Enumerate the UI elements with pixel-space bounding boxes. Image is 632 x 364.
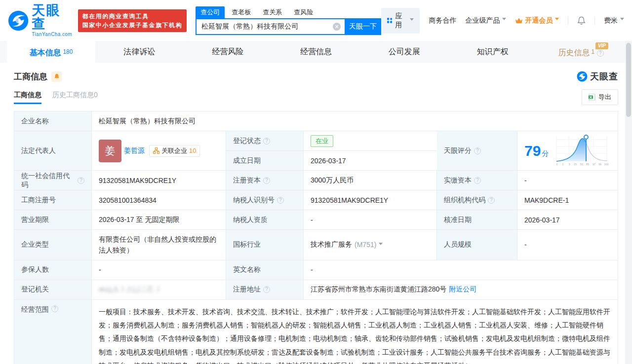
chart-tick: 1 <box>562 163 563 166</box>
chevron-down-icon[interactable] <box>379 243 383 247</box>
credit-code-label: 统一社会信用代码 <box>14 171 92 190</box>
watermark-logo-icon <box>577 71 588 82</box>
excel-icon <box>589 94 595 101</box>
subtab-history-business-info[interactable]: 历史工商信息0 <box>52 91 98 104</box>
chart-tick: 0 <box>556 163 557 166</box>
subtab-business-info[interactable]: 工商信息 <box>14 91 41 104</box>
tab-operational-risk[interactable]: 经营风险 <box>184 41 272 63</box>
reg-authority-value: ㈱⼭⼊⼁⼋⼐⼆⼄ ⼃ <box>92 280 226 299</box>
tyc-score-value: 79分 <box>517 131 618 170</box>
crown-icon <box>515 17 523 24</box>
business-cooperation-link[interactable]: 商务合作 <box>429 16 456 25</box>
chart-tick: 15 <box>574 163 577 166</box>
reg-capital-label: 注册资本 <box>226 171 304 190</box>
subtab-row: 工商信息 历史工商信息0 导出 <box>14 89 618 105</box>
reg-status-value: 在业 <box>304 131 437 150</box>
tyc-score-help-icon[interactable] <box>474 147 481 154</box>
industry-label: 国标行业 <box>226 230 304 260</box>
org-chart-icon <box>153 147 159 154</box>
user-menu: 应用 商务合作 企业级产品 开通会员 费米 <box>381 8 624 34</box>
score-marker-pin <box>584 135 588 139</box>
score-distribution-chart: 0 1 3 15 50 85 97 99 100 <box>553 133 611 169</box>
vip-upgrade-link[interactable]: 开通会员 <box>515 16 559 25</box>
promo-line1: 都在用的商业查询工具 <box>82 12 183 21</box>
org-code-help-icon[interactable] <box>488 197 495 204</box>
company-name-value: 松延智展（常熟）科技有限公司 <box>92 111 618 131</box>
search-tab-boss[interactable]: 查老板 <box>227 6 256 18</box>
table-row: 统一社会信用代码 91320581MAK9DCRE1Y 注册资本 3000万人民… <box>14 171 618 190</box>
legal-rep-name-link[interactable]: 姜哲源 <box>124 146 145 155</box>
user-account-menu[interactable]: 费米 <box>604 16 624 25</box>
chart-tick: 97 <box>592 163 595 166</box>
taxpayer-quality-value: - <box>304 210 437 229</box>
notification-bell-icon[interactable] <box>577 16 586 25</box>
search-tab-risk[interactable]: 查风险 <box>289 6 318 18</box>
search-tabs: 查公司 查老板 查关系 查风险 <box>196 6 381 18</box>
taxpayer-id-help-icon[interactable] <box>277 197 284 204</box>
business-scope-help-icon[interactable] <box>51 305 58 312</box>
tab-business-info[interactable]: 经营信息 <box>272 41 360 63</box>
reg-number-label: 工商注册号 <box>14 190 92 210</box>
search-input[interactable] <box>196 18 345 35</box>
reg-address-help-icon[interactable] <box>263 286 270 293</box>
business-scope-value: 一般项目：技术服务、技术开发、技术咨询、技术交流、技术转让、技术推广；软件开发；… <box>99 305 611 364</box>
scrollbar-thumb[interactable] <box>626 43 631 117</box>
reg-authority-label: 登记机关 <box>14 280 92 299</box>
tab-legal-proceedings[interactable]: 法律诉讼 <box>95 41 184 63</box>
est-date-value: 2026-03-17 <box>304 151 437 170</box>
vip-badge: VIP <box>595 42 608 49</box>
chart-tick: 3 <box>568 163 570 166</box>
promo-badge: 都在用的商业查询工具 国家中小企业发展子基金旗下机构 <box>78 9 187 32</box>
related-companies-label: 关联企业 <box>161 146 187 155</box>
chart-tick: 99 <box>598 163 601 166</box>
paid-capital-label: 实缴资本 <box>437 171 517 190</box>
logo-title: 天眼查 <box>32 4 73 31</box>
tianyancha-logo[interactable]: 天眼查 TianYanCha.com <box>8 4 73 37</box>
company-name-label: 企业名称 <box>14 111 92 131</box>
tianyancha-company-page: 天眼查 TianYanCha.com 都在用的商业查询工具 国家中小企业发展子基… <box>0 0 632 364</box>
industry-value: 技术推广服务 (M751) <box>304 230 437 260</box>
chart-tick: 50 <box>580 163 583 166</box>
scrollbar-track[interactable] <box>625 41 632 364</box>
staff-size-label: 人员规模 <box>437 230 517 260</box>
est-date-label: 成立日期 <box>226 151 304 170</box>
credit-code-value: 91320581MAK9DCRE1Y <box>92 171 226 190</box>
table-row: 法定代表人 姜 姜哲源 关联企业 10 <box>14 131 618 171</box>
top-header: 天眼查 TianYanCha.com 都在用的商业查询工具 国家中小企业发展子基… <box>0 0 632 41</box>
score-unit: 分 <box>542 149 549 157</box>
apps-menu-button[interactable]: 应用 <box>381 8 420 34</box>
reg-capital-help-icon[interactable] <box>263 177 270 184</box>
english-name-value: - <box>304 260 618 280</box>
business-term-value: 2026-03-17 至 无固定期限 <box>92 210 226 229</box>
search-tab-company[interactable]: 查公司 <box>196 6 225 18</box>
enterprise-products-link[interactable]: 企业级产品 <box>465 16 506 25</box>
legal-rep-avatar[interactable]: 姜 <box>99 140 121 162</box>
history-help-icon[interactable] <box>597 50 604 57</box>
table-row: 登记机关 ㈱⼭⼊⼁⼋⼐⼆⼄ ⼃ 注册地址 江苏省苏州市常熟市东南街道黄浦江路28… <box>14 280 618 300</box>
credit-code-help-icon[interactable] <box>78 177 84 184</box>
search-tab-relation[interactable]: 查关系 <box>258 6 287 18</box>
logo-domain: TianYanCha.com <box>32 32 73 37</box>
paid-capital-help-icon[interactable] <box>474 177 481 184</box>
export-button[interactable]: 导出 <box>582 89 618 105</box>
taxpayer-id-label: 纳税人识别号 <box>226 190 304 210</box>
tianyancha-watermark: 天眼查 <box>577 71 618 82</box>
search-button[interactable]: 天眼一下 <box>345 18 381 35</box>
nearby-companies-link[interactable]: 附近公司 <box>449 285 476 294</box>
tab-history-info[interactable]: VIP 历史信息1 <box>537 41 625 63</box>
monitor-bell-badge[interactable] <box>51 72 62 82</box>
tab-intellectual-property[interactable]: 知识产权 <box>448 41 537 63</box>
tab-basic-info[interactable]: 基本信息180 <box>7 41 95 63</box>
table-row: 企业类型 有限责任公司（非自然人投资或控股的法人独资） 国标行业 技术推广服务 … <box>14 230 618 260</box>
clear-search-icon[interactable] <box>333 23 341 31</box>
taxpayer-id-value: 91320581MAK9DCRE1Y <box>304 190 437 210</box>
reg-capital-value: 3000万人民币 <box>304 171 437 190</box>
table-row: 企业名称 松延智展（常熟）科技有限公司 <box>14 111 618 131</box>
reg-status-help-icon[interactable] <box>263 138 270 145</box>
table-row: 参保人数 - 英文名称 - <box>14 260 618 280</box>
section-head: 工商信息 天眼查 <box>14 71 618 82</box>
business-registration-table: 企业名称 松延智展（常熟）科技有限公司 法定代表人 姜 姜哲源 关联企业 10 <box>14 111 618 364</box>
tab-company-development[interactable]: 公司发展 <box>360 41 448 63</box>
taxpayer-quality-label: 纳税人资质 <box>226 210 304 229</box>
related-companies-badge[interactable]: 关联企业 10 <box>149 145 200 157</box>
